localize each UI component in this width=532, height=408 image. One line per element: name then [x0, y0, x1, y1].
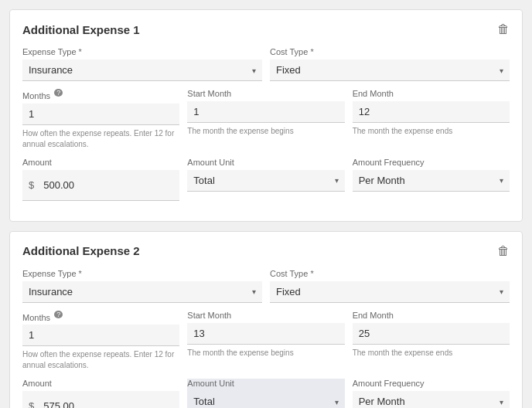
- start-month-group-1: Start Month The month the expense begins: [187, 89, 344, 150]
- amount-frequency-select-2[interactable]: Per Month: [353, 391, 510, 408]
- end-month-group-2: End Month The month the expense ends: [353, 311, 510, 372]
- end-month-hint-1: The month the expense ends: [353, 126, 510, 137]
- amount-frequency-select-wrapper-1: Per Month ▾: [353, 170, 510, 192]
- cost-type-select-2[interactable]: Fixed: [270, 281, 510, 302]
- cost-type-group-1: Cost Type * Fixed ▾: [270, 47, 510, 81]
- expense-type-select-2[interactable]: Insurance: [22, 281, 262, 302]
- amount-frequency-label-1: Amount Frequency: [353, 158, 510, 167]
- start-month-group-2: Start Month The month the expense begins: [187, 311, 344, 372]
- end-month-hint-2: The month the expense ends: [353, 348, 510, 359]
- amount-unit-select-2[interactable]: Total: [187, 391, 344, 408]
- months-input-2[interactable]: [22, 325, 179, 346]
- amount-frequency-label-2: Amount Frequency: [353, 379, 510, 388]
- amount-frequency-group-2: Amount Frequency Per Month ▾: [353, 379, 510, 408]
- expense-type-label-2: Expense Type *: [22, 269, 262, 278]
- amount-unit-label-1: Amount Unit: [187, 158, 344, 167]
- months-group-1: Months ? How often the expense repeats. …: [22, 89, 179, 150]
- end-month-input-1[interactable]: [353, 101, 510, 123]
- row-amount-2: Amount $ Amount Unit Total ▾ Amount Freq…: [22, 379, 510, 408]
- amount-label-1: Amount: [22, 158, 179, 167]
- start-month-input-2[interactable]: [187, 323, 344, 345]
- amount-group-1: Amount $: [22, 158, 179, 201]
- start-month-label-2: Start Month: [187, 311, 344, 320]
- start-month-label-1: Start Month: [187, 89, 344, 98]
- end-month-label-2: End Month: [353, 311, 510, 320]
- amount-prefix-1: $: [29, 179, 34, 191]
- expense-type-select-wrapper-1: Insurance ▾: [22, 60, 262, 81]
- cost-type-group-2: Cost Type * Fixed ▾: [270, 269, 510, 303]
- card-title-1: Additional Expense 1: [22, 23, 140, 36]
- amount-input-wrapper-2: $: [22, 391, 179, 408]
- start-month-hint-1: The month the expense begins: [187, 126, 344, 137]
- amount-unit-select-wrapper-2: Total ▾: [187, 391, 344, 408]
- months-hint-1: How often the expense repeats. Enter 12 …: [22, 128, 179, 150]
- expense-type-select-1[interactable]: Insurance: [22, 60, 262, 80]
- card-header-1: Additional Expense 1 🗑: [22, 22, 510, 36]
- start-month-input-1[interactable]: [187, 101, 344, 123]
- row-type-2: Expense Type * Insurance ▾ Cost Type * F…: [22, 269, 510, 303]
- expense-type-label-1: Expense Type *: [22, 47, 262, 56]
- row-amount-1: Amount $ Amount Unit Total ▾ Amount Freq…: [22, 158, 510, 201]
- months-hint-2: How often the expense repeats. Enter 12 …: [22, 349, 179, 371]
- amount-unit-group-2: Amount Unit Total ▾: [187, 379, 344, 408]
- cost-type-label-2: Cost Type *: [270, 269, 510, 278]
- expense-card-2: Additional Expense 2 🗑 Expense Type * In…: [9, 231, 523, 408]
- months-help-icon-1: ?: [54, 89, 63, 97]
- amount-input-2[interactable]: [37, 396, 173, 408]
- end-month-input-2[interactable]: [353, 323, 510, 345]
- amount-prefix-2: $: [29, 400, 34, 408]
- amount-frequency-group-1: Amount Frequency Per Month ▾: [353, 158, 510, 201]
- months-help-icon-2: ?: [54, 311, 63, 318]
- delete-button-1[interactable]: 🗑: [497, 22, 510, 36]
- cost-type-select-wrapper-2: Fixed ▾: [270, 281, 510, 303]
- row-months-1: Months ? How often the expense repeats. …: [22, 89, 510, 150]
- amount-frequency-select-wrapper-2: Per Month ▾: [353, 391, 510, 408]
- start-month-hint-2: The month the expense begins: [187, 348, 344, 359]
- months-label-2: Months ?: [22, 311, 179, 322]
- cost-type-select-1[interactable]: Fixed: [270, 60, 510, 80]
- amount-input-wrapper-1: $: [22, 170, 179, 201]
- delete-button-2[interactable]: 🗑: [497, 244, 510, 258]
- cost-type-select-wrapper-1: Fixed ▾: [270, 60, 510, 81]
- cost-type-label-1: Cost Type *: [270, 47, 510, 56]
- months-label-1: Months ?: [22, 89, 179, 100]
- card-header-2: Additional Expense 2 🗑: [22, 244, 510, 258]
- expense-type-select-wrapper-2: Insurance ▾: [22, 281, 262, 303]
- amount-frequency-select-1[interactable]: Per Month: [353, 170, 510, 191]
- row-type-1: Expense Type * Insurance ▾ Cost Type * F…: [22, 47, 510, 81]
- end-month-label-1: End Month: [353, 89, 510, 98]
- expense-card-1: Additional Expense 1 🗑 Expense Type * In…: [9, 9, 523, 222]
- amount-input-1[interactable]: [37, 175, 173, 196]
- amount-unit-select-wrapper-1: Total ▾: [187, 170, 344, 192]
- amount-group-2: Amount $: [22, 379, 179, 408]
- months-group-2: Months ? How often the expense repeats. …: [22, 311, 179, 372]
- amount-unit-label-2: Amount Unit: [187, 379, 344, 388]
- amount-unit-select-1[interactable]: Total: [187, 170, 344, 191]
- card-title-2: Additional Expense 2: [22, 244, 140, 257]
- months-input-1[interactable]: [22, 104, 179, 125]
- amount-unit-group-1: Amount Unit Total ▾: [187, 158, 344, 201]
- expense-type-group-2: Expense Type * Insurance ▾: [22, 269, 262, 303]
- end-month-group-1: End Month The month the expense ends: [353, 89, 510, 150]
- expense-type-group-1: Expense Type * Insurance ▾: [22, 47, 262, 81]
- row-months-2: Months ? How often the expense repeats. …: [22, 311, 510, 372]
- amount-label-2: Amount: [22, 379, 179, 388]
